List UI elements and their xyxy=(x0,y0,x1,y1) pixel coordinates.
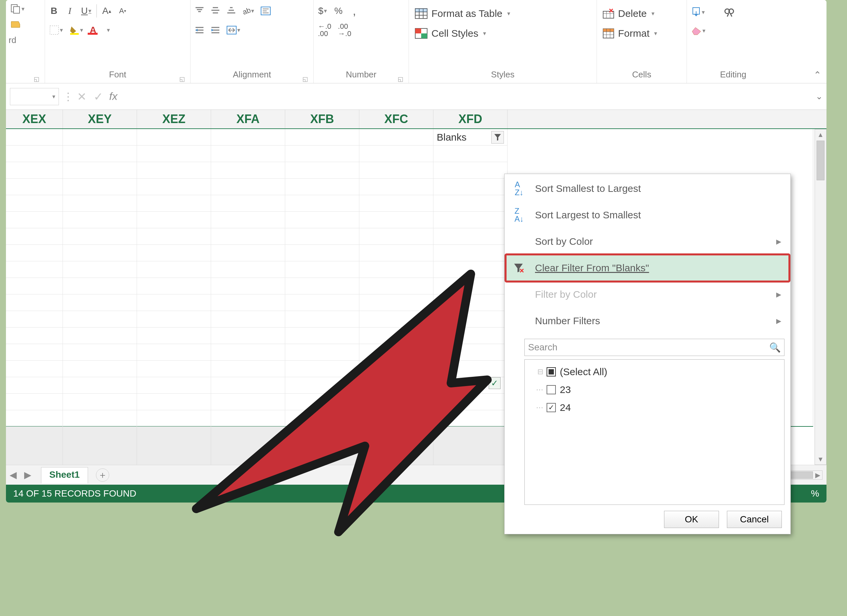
number-filters-item[interactable]: Number Filters ▶ xyxy=(506,308,789,334)
cell[interactable] xyxy=(6,261,63,278)
currency-button[interactable]: $▾ xyxy=(316,4,329,18)
cell[interactable] xyxy=(285,261,359,278)
cell[interactable] xyxy=(137,245,211,261)
cell[interactable] xyxy=(137,162,211,179)
format-painter-button[interactable] xyxy=(9,19,23,32)
decrease-decimal-button[interactable]: .00→.0 xyxy=(336,23,353,37)
cell[interactable] xyxy=(434,261,508,278)
cell[interactable] xyxy=(6,327,63,344)
cell[interactable] xyxy=(285,327,359,344)
cell[interactable] xyxy=(285,212,359,228)
clipboard-launcher-icon[interactable]: ◱ xyxy=(33,73,40,80)
alignment-launcher-icon[interactable]: ◱ xyxy=(301,73,309,80)
cell[interactable] xyxy=(63,410,137,427)
cell[interactable] xyxy=(359,327,434,344)
cell[interactable] xyxy=(285,344,359,361)
cell[interactable] xyxy=(211,278,285,295)
cell[interactable] xyxy=(359,228,434,245)
italic-button[interactable]: I xyxy=(63,4,76,18)
cell[interactable] xyxy=(137,212,211,228)
cell[interactable] xyxy=(434,195,508,212)
fx-label[interactable]: fx xyxy=(109,90,118,103)
cell[interactable] xyxy=(211,410,285,427)
cell[interactable] xyxy=(434,311,508,327)
cell[interactable] xyxy=(137,361,211,377)
cell[interactable] xyxy=(285,278,359,295)
cell[interactable] xyxy=(285,162,359,179)
increase-indent-button[interactable] xyxy=(209,23,222,37)
cell[interactable] xyxy=(137,261,211,278)
column-header[interactable]: XFB xyxy=(285,110,359,128)
checklist-item[interactable]: ⋯23 xyxy=(530,381,779,399)
cell[interactable] xyxy=(211,129,285,146)
filter-ok-button[interactable]: OK xyxy=(664,511,719,528)
cell[interactable] xyxy=(285,146,359,162)
bold-button[interactable]: B xyxy=(48,4,60,18)
cell[interactable] xyxy=(434,146,508,162)
cell[interactable] xyxy=(434,344,508,361)
sort-ascending-item[interactable]: AZ↓ Sort Smallest to Largest xyxy=(506,175,789,202)
cell[interactable] xyxy=(137,179,211,195)
cell[interactable] xyxy=(211,245,285,261)
cell[interactable] xyxy=(63,311,137,327)
cell[interactable] xyxy=(137,394,211,410)
cell[interactable] xyxy=(6,129,63,146)
cell[interactable] xyxy=(359,212,434,228)
number-launcher-icon[interactable]: ◱ xyxy=(397,73,404,80)
cell[interactable] xyxy=(211,361,285,377)
cell[interactable] xyxy=(63,179,137,195)
cell[interactable] xyxy=(285,311,359,327)
sheet-nav-prev[interactable]: ◀ xyxy=(6,469,21,480)
collapse-ribbon-button[interactable]: ⌃ xyxy=(814,69,821,80)
cell[interactable] xyxy=(137,344,211,361)
cell[interactable] xyxy=(211,344,285,361)
cell[interactable] xyxy=(359,245,434,261)
wrap-text-button[interactable] xyxy=(259,4,272,18)
apply-checklist-button[interactable]: ✓ xyxy=(489,377,500,389)
cell[interactable] xyxy=(137,146,211,162)
filter-checklist[interactable]: ⊟ (Select All) ⋯23⋯✓24 xyxy=(524,359,785,505)
percent-button[interactable]: % xyxy=(332,4,345,18)
sort-by-color-item[interactable]: Sort by Color ▶ xyxy=(506,228,789,255)
comma-style-button[interactable]: , xyxy=(348,4,361,18)
format-cells-button[interactable]: Format▾ xyxy=(599,26,684,41)
delete-cells-button[interactable]: Delete▾ xyxy=(599,6,684,21)
underline-button[interactable]: U▾ xyxy=(80,4,93,18)
font-launcher-icon[interactable]: ◱ xyxy=(179,73,186,80)
cell[interactable] xyxy=(63,212,137,228)
fill-color-button[interactable]: ▾ xyxy=(68,23,85,37)
cell[interactable] xyxy=(6,195,63,212)
cell[interactable] xyxy=(434,410,508,427)
cell[interactable] xyxy=(359,129,434,146)
cell[interactable] xyxy=(359,344,434,361)
cell[interactable] xyxy=(63,195,137,212)
cell[interactable] xyxy=(63,162,137,179)
tri-state-checkbox[interactable] xyxy=(547,367,556,376)
align-bottom-button[interactable] xyxy=(225,4,238,18)
cell[interactable] xyxy=(6,162,63,179)
cell[interactable] xyxy=(285,410,359,427)
column-header[interactable]: XEY xyxy=(63,110,137,128)
cell[interactable] xyxy=(6,278,63,295)
clear-button[interactable]: ▾ xyxy=(689,24,707,38)
cell[interactable] xyxy=(285,377,359,394)
cell[interactable] xyxy=(285,195,359,212)
decrease-font-button[interactable]: A▾ xyxy=(116,4,129,18)
cell[interactable] xyxy=(63,261,137,278)
cell[interactable] xyxy=(6,295,63,311)
cell[interactable] xyxy=(359,195,434,212)
column-header[interactable]: XEX xyxy=(6,110,63,128)
align-middle-button[interactable] xyxy=(209,4,222,18)
cell[interactable] xyxy=(211,377,285,394)
cell[interactable] xyxy=(63,129,137,146)
cell[interactable] xyxy=(434,228,508,245)
cell[interactable] xyxy=(434,179,508,195)
cell[interactable] xyxy=(137,278,211,295)
cell[interactable] xyxy=(211,394,285,410)
cell[interactable] xyxy=(6,311,63,327)
align-top-button[interactable] xyxy=(193,4,206,18)
cell[interactable] xyxy=(285,228,359,245)
cell[interactable] xyxy=(359,394,434,410)
cell[interactable] xyxy=(137,228,211,245)
expand-formula-bar-button[interactable]: ⌄ xyxy=(812,91,826,102)
